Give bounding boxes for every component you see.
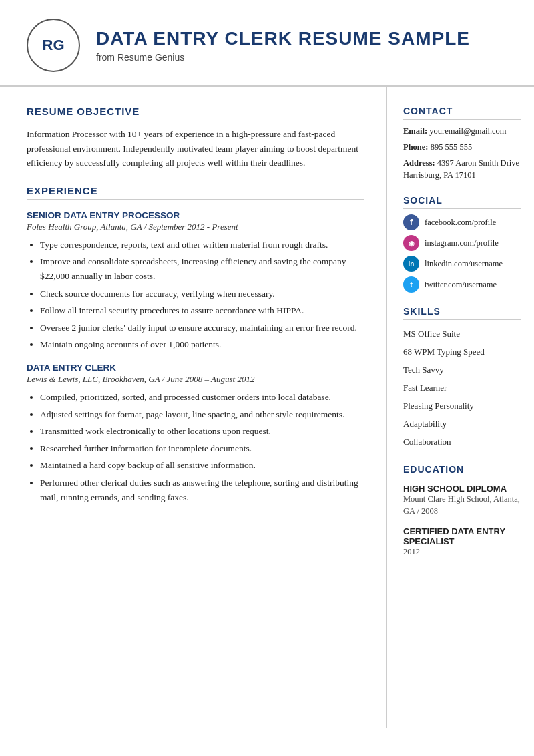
skill-item: 68 WPM Typing Speed: [403, 343, 521, 361]
skill-item: Adaptability: [403, 415, 521, 433]
address-label: Address:: [403, 158, 435, 168]
list-item: Oversee 2 junior clerks' daily input to …: [40, 321, 364, 335]
education-title: EDUCATION: [403, 464, 521, 478]
resume-header: RG DATA ENTRY CLERK RESUME SAMPLE from R…: [0, 0, 534, 87]
list-item: Researched further information for incom…: [40, 441, 364, 456]
skill-item: Collaboration: [403, 433, 521, 451]
edu-item-2: CERTIFIED DATA ENTRY SPECIALIST 2012: [403, 526, 521, 558]
objective-title: RESUME OBJECTIVE: [27, 106, 364, 120]
skill-item: Pleasing Personality: [403, 397, 521, 415]
linkedin-icon: in: [403, 256, 419, 272]
phone-value: 895 555 555: [431, 142, 473, 152]
edu-1-degree: HIGH SCHOOL DIPLOMA: [403, 484, 521, 494]
edu-1-details: Mount Clare High School, Atlanta, GA / 2…: [403, 494, 521, 517]
edu-2-degree: CERTIFIED DATA ENTRY SPECIALIST: [403, 526, 521, 546]
social-facebook: f facebook.com/profile: [403, 214, 521, 230]
job-2-title: DATA ENTRY CLERK: [27, 363, 364, 373]
job-1: SENIOR DATA ENTRY PROCESSOR Foles Health…: [27, 210, 364, 352]
contact-email: Email: youremail@gmail.com: [403, 125, 521, 138]
job-1-bullets: Type correspondence, reports, text and o…: [40, 238, 364, 352]
contact-address: Address: 4397 Aaron Smith Drive Harrisbu…: [403, 157, 521, 182]
instagram-url: instagram.com/profile: [425, 238, 499, 248]
facebook-url: facebook.com/profile: [425, 218, 496, 228]
list-item: Type correspondence, reports, text and o…: [40, 238, 364, 252]
list-item: Performed other clerical duties such as …: [40, 476, 364, 504]
edu-2-details: 2012: [403, 546, 521, 558]
avatar-initials: RG: [43, 37, 65, 54]
job-2-bullets: Compiled, prioritized, sorted, and proce…: [40, 390, 364, 504]
list-item: Follow all internal security procedures …: [40, 303, 364, 318]
list-item: Maintained a hard copy backup of all sen…: [40, 458, 364, 473]
main-layout: RESUME OBJECTIVE Information Processor w…: [0, 87, 534, 728]
contact-phone: Phone: 895 555 555: [403, 141, 521, 154]
social-title: SOCIAL: [403, 195, 521, 209]
right-column: CONTACT Email: youremail@gmail.com Phone…: [387, 87, 534, 728]
linkedin-url: linkedin.com/username: [425, 259, 503, 269]
facebook-icon: f: [403, 214, 419, 230]
social-section: SOCIAL f facebook.com/profile ◉ instagra…: [403, 195, 521, 293]
objective-text: Information Processor with 10+ years of …: [27, 127, 364, 170]
email-label: Email:: [403, 126, 427, 136]
header-text: DATA ENTRY CLERK RESUME SAMPLE from Resu…: [96, 28, 470, 63]
skill-item: Fast Learner: [403, 379, 521, 397]
resume-subtitle: from Resume Genius: [96, 52, 470, 63]
phone-label: Phone:: [403, 142, 429, 152]
left-column: RESUME OBJECTIVE Information Processor w…: [0, 87, 387, 728]
experience-title: EXPERIENCE: [27, 185, 364, 200]
skill-item: MS Office Suite: [403, 325, 521, 343]
job-2: DATA ENTRY CLERK Lewis & Lewis, LLC, Bro…: [27, 363, 364, 504]
contact-section: CONTACT Email: youremail@gmail.com Phone…: [403, 106, 521, 182]
edu-item-1: HIGH SCHOOL DIPLOMA Mount Clare High Sch…: [403, 484, 521, 517]
experience-section: EXPERIENCE SENIOR DATA ENTRY PROCESSOR F…: [27, 185, 364, 504]
list-item: Improve and consolidate spreadsheets, in…: [40, 254, 364, 283]
skills-title: SKILLS: [403, 306, 521, 320]
twitter-icon: t: [403, 276, 419, 293]
job-1-meta: Foles Health Group, Atlanta, GA / Septem…: [27, 222, 364, 232]
list-item: Compiled, prioritized, sorted, and proce…: [40, 390, 364, 405]
job-2-meta: Lewis & Lewis, LLC, Brookhaven, GA / Jun…: [27, 374, 364, 385]
social-linkedin: in linkedin.com/username: [403, 256, 521, 272]
list-item: Transmitted work electronically to other…: [40, 424, 364, 439]
list-item: Check source documents for accuracy, ver…: [40, 287, 364, 301]
contact-title: CONTACT: [403, 106, 521, 120]
twitter-url: twitter.com/username: [425, 280, 497, 290]
social-twitter: t twitter.com/username: [403, 276, 521, 293]
avatar: RG: [27, 19, 80, 72]
job-1-title: SENIOR DATA ENTRY PROCESSOR: [27, 210, 364, 220]
objective-section: RESUME OBJECTIVE Information Processor w…: [27, 106, 364, 170]
list-item: Adjusted settings for format, page layou…: [40, 407, 364, 422]
list-item: Maintain ongoing accounts of over 1,000 …: [40, 337, 364, 352]
education-section: EDUCATION HIGH SCHOOL DIPLOMA Mount Clar…: [403, 464, 521, 558]
skill-item: Tech Savvy: [403, 361, 521, 379]
skills-section: SKILLS MS Office Suite 68 WPM Typing Spe…: [403, 306, 521, 451]
instagram-icon: ◉: [403, 235, 419, 251]
resume-title: DATA ENTRY CLERK RESUME SAMPLE: [96, 28, 470, 49]
social-instagram: ◉ instagram.com/profile: [403, 235, 521, 251]
email-value: youremail@gmail.com: [429, 126, 506, 136]
